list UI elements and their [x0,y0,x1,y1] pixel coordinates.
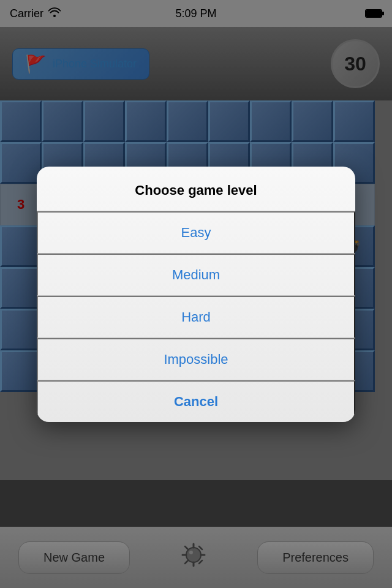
impossible-option[interactable]: Impossible [37,338,355,380]
easy-option[interactable]: Easy [37,211,355,254]
dialog-title: Choose game level [37,167,355,211]
hard-option[interactable]: Hard [37,296,355,338]
cancel-option[interactable]: Cancel [37,380,355,422]
dialog-overlay[interactable]: Choose game level Easy Medium Hard Impos… [0,0,392,588]
medium-option[interactable]: Medium [37,254,355,296]
dialog: Choose game level Easy Medium Hard Impos… [37,167,355,422]
